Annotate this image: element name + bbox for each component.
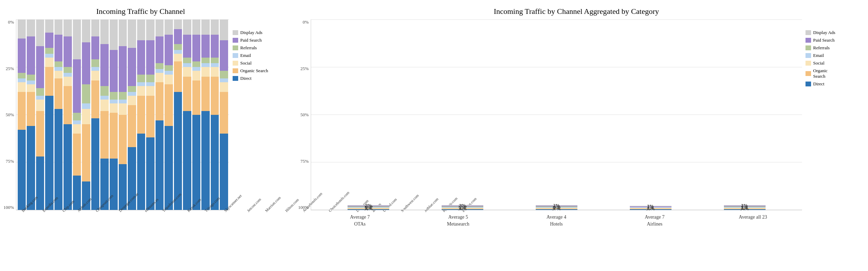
left-y-axis: 100% 75% 50% 25% 0% [3,19,16,210]
bar-segment [201,67,209,76]
bar-segment [27,19,35,36]
left-bar-group [82,19,91,210]
left-bar-group [219,19,228,210]
bar-segment [27,75,35,80]
bar-segment [18,78,26,82]
bar-segment [64,36,72,67]
left-bar-group [127,19,136,210]
left-bar-group [155,19,164,210]
bar-segment [82,109,90,124]
bar-segment [165,35,173,65]
left-bar-group [164,19,173,210]
r-legend-social: Social [806,60,861,66]
bar-segment [146,82,154,86]
bar-segment [192,115,200,210]
bar-segment [73,124,81,134]
right-y-axis: 100% 75% 50% 25% 0% [292,19,311,210]
right-chart: Incoming Traffic by Channel Aggregated b… [285,3,868,268]
bar-segment [64,77,72,86]
bar-segment [36,19,44,46]
left-bar-group [210,19,219,210]
legend-color-organic [233,68,238,73]
legend-referrals: Referrals [233,45,278,51]
bar-segment [192,71,200,80]
bar-segment [100,100,108,111]
bar-segment [128,96,136,105]
bar-segment [64,86,72,124]
bar-segment [220,92,228,134]
bar-segment [82,124,90,181]
bar-segment [73,59,81,113]
bar-segment [183,77,191,111]
legend-direct: Direct [233,76,278,81]
segment-label: 2% [647,203,654,209]
bar-segment [211,19,219,35]
segment-label: 2% [553,203,560,208]
bar-segment [220,82,228,92]
legend-email: Email [233,53,278,58]
bar-segment [91,36,99,59]
bar-segment [18,73,26,78]
bar-segment [119,92,127,100]
left-bar-group [26,19,35,210]
bar-segment [55,35,62,61]
left-bar-group [35,19,44,210]
left-bars-inner [16,19,229,210]
bar-segment [201,63,209,67]
r-legend-direct: Direct [806,81,861,87]
legend-color-social [233,61,238,66]
bar-segment [211,67,219,76]
bar-segment [27,81,35,84]
bar-segment [45,67,53,95]
bar-segment [146,75,154,82]
bar-segment [211,35,219,58]
bar-segment [183,19,191,35]
left-x-labels: Booking.comExpedia.comChip.comAirbnb.com… [17,210,229,266]
right-bar-group: 42%34%2%5%7%8%2% [724,205,766,210]
bar-segment [137,19,145,40]
bar-segment [128,86,136,92]
bar-segment [156,19,164,36]
bar-segment [91,19,99,36]
left-legend: Display Ads Paid Search Referrals Email … [233,30,278,210]
r-legend-referrals: Referrals [806,45,861,51]
legend-color-display [233,30,238,35]
right-bar-group: 39%37%1%5%11%4%2% [536,205,577,210]
left-bar-group [109,19,118,210]
bar-segment [211,77,219,115]
bar-segment [91,71,99,80]
bar-segment [100,44,108,86]
bar-segment [146,19,154,40]
bar-segment [110,113,118,159]
bar-segment [201,35,209,58]
bar-segment [156,73,164,82]
bar-segment [211,63,219,67]
main-container: Incoming Traffic by Channel 100% 75% 50%… [0,0,868,271]
bar-segment [45,33,53,48]
right-bar-segment: 2% [348,205,389,206]
left-bar-group [17,19,26,210]
left-bar-group [201,19,210,210]
bar-segment [119,103,127,115]
r-legend-display-ads: Display Ads [806,30,861,35]
legend-social: Social [233,60,278,66]
bar-segment [18,130,26,210]
right-x-label: Average 7Airlines [606,214,704,227]
segment-label: 2% [365,203,372,208]
bar-segment [45,58,53,67]
right-x-label: Average 4Hotels [507,214,606,227]
bar-segment [45,54,53,58]
bar-segment [119,115,127,164]
left-bar-group [118,19,127,210]
r-legend-paid-search: Paid Search [806,37,861,43]
left-bar-group [146,19,155,210]
bar-segment [174,50,182,54]
bar-segment [174,19,182,29]
right-bar-segment: 2% [536,205,577,206]
bar-segment [192,61,200,67]
bar-segment [183,35,191,58]
bar-segment [119,19,127,46]
left-bar-group [54,19,63,210]
bar-segment [183,111,191,210]
bar-segment [91,118,99,210]
